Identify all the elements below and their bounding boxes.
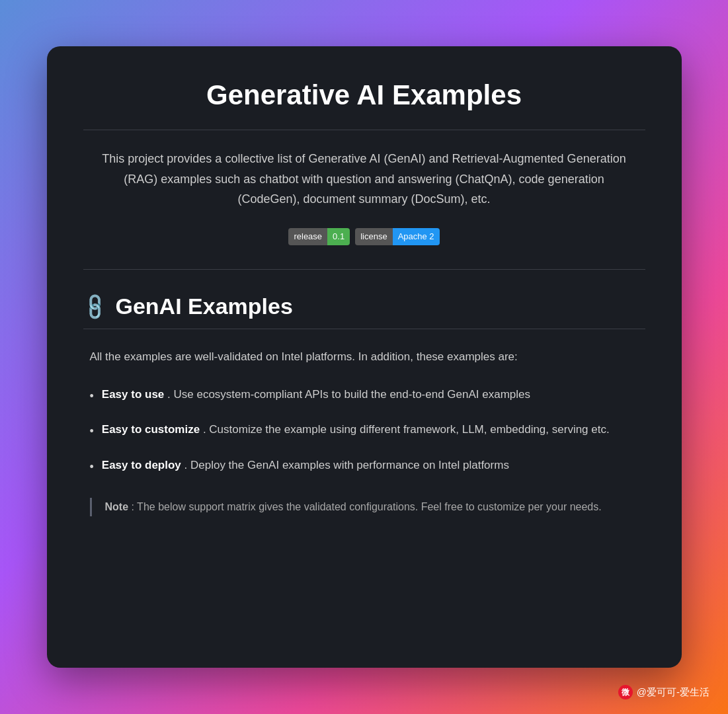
feature-bold-2: Easy to customize (102, 423, 200, 436)
list-item: Easy to deploy . Deploy the GenAI exampl… (90, 456, 645, 477)
release-badge-value: 0.1 (327, 228, 350, 245)
features-list: Easy to use . Use ecosystem-compliant AP… (90, 385, 645, 477)
list-item: Easy to customize . Customize the exampl… (90, 420, 645, 442)
license-badge-value: Apache 2 (393, 228, 440, 245)
top-divider (83, 130, 645, 130)
page-title: Generative AI Examples (83, 79, 645, 111)
section-divider (83, 329, 645, 329)
section-title: GenAI Examples (116, 294, 293, 319)
note-text: Note : The below support matrix gives th… (105, 498, 645, 516)
middle-divider (83, 269, 645, 270)
main-card: Generative AI Examples This project prov… (47, 46, 682, 668)
list-item: Easy to use . Use ecosystem-compliant AP… (90, 385, 645, 407)
release-badge[interactable]: release 0.1 (288, 228, 350, 245)
license-badge-label: license (355, 228, 392, 245)
weibo-icon: 微 (618, 685, 633, 699)
section-heading: 🔗 GenAI Examples (83, 294, 645, 319)
release-badge-label: release (288, 228, 327, 245)
feature-bold-1: Easy to use (102, 388, 165, 401)
note-content: : The below support matrix gives the val… (132, 501, 602, 512)
badges-row: release 0.1 license Apache 2 (83, 228, 645, 245)
description-text: This project provides a collective list … (83, 149, 645, 210)
watermark: 微 @爱可可-爱生活 (618, 685, 709, 699)
note-block: Note : The below support matrix gives th… (90, 498, 645, 516)
link-icon: 🔗 (79, 290, 110, 322)
intro-text: All the examples are well-validated on I… (90, 348, 645, 367)
feature-bold-3: Easy to deploy (102, 459, 181, 471)
feature-text-2: . Customize the example using different … (203, 423, 610, 436)
note-bold: Note (105, 501, 129, 512)
feature-text-3: . Deploy the GenAI examples with perform… (184, 459, 509, 471)
feature-text-1: . Use ecosystem-compliant APIs to build … (167, 388, 530, 401)
watermark-text: @爱可可-爱生活 (637, 686, 709, 699)
license-badge[interactable]: license Apache 2 (355, 228, 439, 245)
